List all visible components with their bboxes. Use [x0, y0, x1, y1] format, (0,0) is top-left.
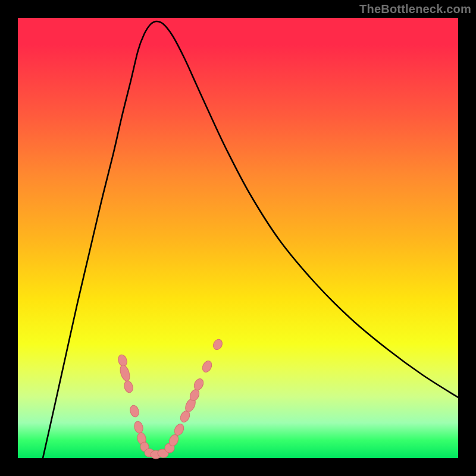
- chart-frame: TheBottleneck.com: [0, 0, 476, 476]
- data-marker: [133, 421, 145, 434]
- bottleneck-curve: [43, 21, 458, 458]
- data-markers: [117, 338, 224, 459]
- data-marker: [129, 404, 140, 418]
- data-marker: [212, 338, 224, 351]
- data-marker: [192, 377, 205, 392]
- plot-area: [18, 18, 458, 458]
- data-marker: [123, 380, 134, 393]
- curve-svg: [18, 18, 458, 458]
- data-marker: [118, 364, 131, 383]
- watermark-text: TheBottleneck.com: [359, 2, 471, 16]
- data-marker: [201, 359, 214, 374]
